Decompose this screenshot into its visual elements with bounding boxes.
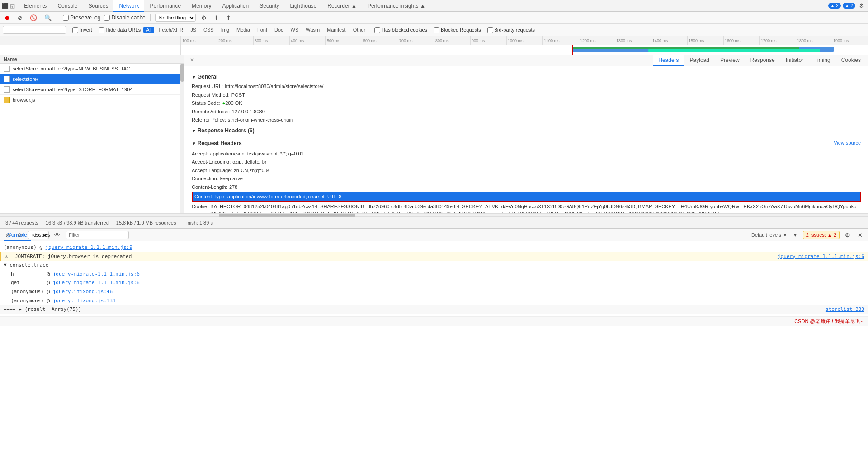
detail-tab-initiator[interactable]: Initiator	[780, 55, 809, 66]
filter-type-js[interactable]: JS	[188, 27, 199, 33]
console-filter-input[interactable]	[66, 231, 129, 239]
detail-tab-preview[interactable]: Preview	[715, 55, 745, 66]
console-link-0[interactable]: jquery-migrate-1.1.1.min.js:9	[46, 244, 132, 250]
console-link-anon1[interactable]: jquery.ifixong.js:46	[53, 289, 113, 295]
request-list-scrollbar[interactable]	[180, 64, 184, 213]
tab-performance[interactable]: Performance	[144, 0, 186, 12]
request-scrollbar-thumb[interactable]	[180, 64, 184, 82]
hide-data-urls-check[interactable]: Hide data URLs	[99, 27, 141, 33]
invert-check[interactable]: Invert	[72, 27, 92, 33]
third-party-input[interactable]	[487, 27, 493, 33]
console-eye-btn[interactable]: 👁	[52, 231, 62, 239]
request-item-1[interactable]: selectStoreFormatTree?type=NEW_BUSINESS_…	[0, 64, 180, 74]
request-item-3[interactable]: selectStoreFormatTree?type=STORE_FORMAT_…	[0, 84, 180, 95]
general-section-title[interactable]: General	[192, 74, 861, 80]
tab-network[interactable]: Network	[113, 0, 144, 12]
console-settings-btn[interactable]: ⚙	[843, 231, 852, 239]
tab-memory[interactable]: Memory	[186, 0, 217, 12]
remote-address-row: Remote Address: 127.0.0.1:8080	[192, 108, 861, 116]
request-item-2[interactable]: selectstore/	[0, 74, 180, 84]
tab-perf-insights[interactable]: Performance insights ▲	[362, 0, 431, 12]
third-party-check[interactable]: 3rd-party requests	[487, 27, 535, 33]
ruler-tick-1000: 1000 ms	[506, 36, 542, 45]
search-button[interactable]: 🔍	[42, 14, 53, 22]
issues-badge[interactable]: 2 Issues: ▲ 2	[803, 231, 840, 239]
detail-tab-payload[interactable]: Payload	[684, 55, 715, 66]
tab-sources[interactable]: Sources	[83, 0, 113, 12]
stop-button[interactable]: ⊘	[16, 14, 24, 22]
has-blocked-check[interactable]: Has blocked cookies	[374, 27, 427, 33]
filter-type-media[interactable]: Media	[234, 27, 253, 33]
filter-type-font[interactable]: Font	[255, 27, 270, 33]
throttling-settings-btn[interactable]: ⚙	[199, 14, 208, 22]
content-type-val: application/x-www-form-urlencoded; chars…	[227, 193, 341, 201]
throttling-select[interactable]: No throttling Fast 3G Slow 3G Offline	[155, 14, 196, 22]
settings-button[interactable]: ⚙	[857, 1, 866, 10]
console-storelist-source[interactable]: storelist:333	[826, 305, 864, 314]
blocked-requests-input[interactable]	[434, 27, 439, 33]
tab-elements[interactable]: Elements	[19, 0, 52, 12]
console-anon1-text: (anonymous) @ jquery.ifixong.js:46	[11, 288, 864, 296]
filter-type-css[interactable]: CSS	[201, 27, 217, 33]
headers-content-scroll[interactable]: General Request URL: http://localhost:80…	[184, 66, 868, 213]
detail-tab-response[interactable]: Response	[745, 55, 780, 66]
filter-type-other[interactable]: Other	[350, 27, 368, 33]
filter-type-fetch[interactable]: Fetch/XHR	[156, 27, 186, 33]
has-blocked-input[interactable]	[374, 27, 380, 33]
console-storelist-source2[interactable]: storelist:789	[826, 314, 864, 316]
filter-type-all[interactable]: All	[143, 27, 154, 33]
filter-type-ws[interactable]: WS	[288, 27, 302, 33]
horizontal-scrollbar[interactable]	[0, 213, 868, 217]
detail-tab-timing[interactable]: Timing	[809, 55, 836, 66]
referrer-policy-val: strict-origin-when-cross-origin	[228, 116, 293, 124]
console-tabs: Console Issues	[4, 229, 54, 241]
h-scrollbar-thumb[interactable]	[219, 214, 355, 217]
remote-address-val: 127.0.0.1:8080	[231, 108, 264, 116]
preserve-log-input[interactable]	[63, 15, 69, 21]
tab-application[interactable]: Application	[217, 0, 255, 12]
tab-recorder[interactable]: Recorder ▲	[322, 0, 362, 12]
detail-close-button[interactable]: ✕	[186, 55, 198, 66]
detail-tab-headers[interactable]: Headers	[653, 55, 684, 66]
preserve-log-check[interactable]: Preserve log	[63, 14, 100, 21]
hide-data-urls-input[interactable]	[99, 27, 104, 33]
filter-type-doc[interactable]: Doc	[272, 27, 286, 33]
console-levels-btn[interactable]: ▼	[791, 232, 799, 239]
disable-cache-check[interactable]: Disable cache	[104, 14, 145, 21]
console-tab-console[interactable]: Console	[4, 229, 31, 241]
record-button[interactable]: ⏺	[3, 14, 12, 22]
filter-type-img[interactable]: Img	[218, 27, 232, 33]
detail-tab-cookies[interactable]: Cookies	[836, 55, 866, 66]
console-link-h[interactable]: jquery-migrate-1.1.1.min.js:6	[53, 271, 140, 277]
console-text-0: (anonymous) @ jquery-migrate-1.1.1.min.j…	[4, 244, 864, 252]
invert-input[interactable]	[72, 27, 78, 33]
blocked-requests-check[interactable]: Blocked Requests	[434, 27, 481, 33]
tab-security[interactable]: Security	[254, 0, 284, 12]
console-link-get[interactable]: jquery-migrate-1.1.1.min.js:6	[53, 280, 140, 286]
preserve-log-label: Preserve log	[70, 14, 100, 21]
console-close-btn[interactable]: ✕	[856, 231, 864, 239]
ruler-tick-800: 800 ms	[434, 36, 470, 45]
hide-data-urls-label: Hide data URLs	[106, 27, 141, 33]
clear-button[interactable]: 🚫	[28, 14, 39, 22]
export-btn[interactable]: ⬆	[224, 14, 233, 22]
console-link-anon2[interactable]: jquery.ifixong.js:131	[53, 298, 116, 304]
filter-type-wasm[interactable]: Wasm	[303, 27, 322, 33]
filter-type-manifest[interactable]: Manifest	[324, 27, 349, 33]
request-headers-title[interactable]: Request Headers	[192, 140, 834, 146]
response-headers-title[interactable]: Response Headers (6)	[192, 127, 861, 134]
request-item-4[interactable]: browser.js	[0, 95, 180, 105]
tab-lighthouse[interactable]: Lighthouse	[285, 0, 322, 12]
disable-cache-input[interactable]	[104, 15, 110, 21]
console-warning-source[interactable]: jquery-migrate-1.1.1.min.js:6	[778, 253, 864, 261]
console-msg-text: ▶ {msg: '<ul>\n<li class="disabled"><a h…	[4, 314, 822, 316]
separator-1	[58, 14, 58, 21]
console-tab-issues[interactable]: Issues	[31, 229, 54, 241]
csdn-text: CSDN @老师好！我是羊尼飞~	[794, 318, 863, 325]
filter-input[interactable]	[3, 26, 66, 34]
console-content: (anonymous) @ jquery-migrate-1.1.1.min.j…	[0, 241, 868, 316]
import-btn[interactable]: ⬇	[212, 14, 221, 22]
tab-console[interactable]: Console	[52, 0, 83, 12]
request-list-scroll[interactable]: selectStoreFormatTree?type=NEW_BUSINESS_…	[0, 64, 184, 213]
view-source-button[interactable]: View source	[834, 140, 861, 145]
